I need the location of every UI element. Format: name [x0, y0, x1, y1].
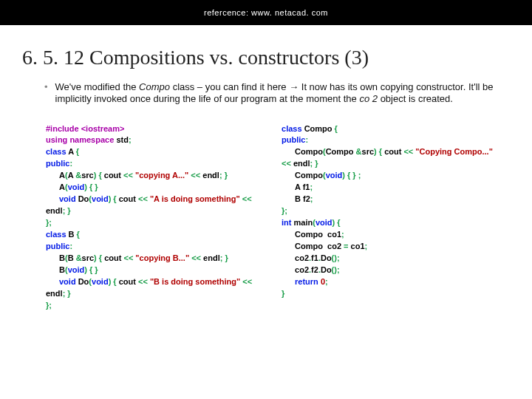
code-token: "A is doing something"	[150, 194, 240, 203]
header-reference: refercence: www. netacad. com	[204, 8, 328, 17]
code-token: void	[92, 194, 109, 203]
code-line: }	[282, 288, 493, 300]
bullet-item: • We've modified the Compo class – you c…	[44, 81, 495, 106]
code-line: co2.f2.Do();	[282, 265, 493, 276]
code-token: void	[68, 265, 85, 274]
code-token: class	[282, 124, 304, 133]
code-token	[282, 276, 295, 288]
code-token: endl	[46, 289, 63, 298]
code-line: A(void) { }	[46, 182, 252, 194]
code-token: ;	[310, 194, 313, 203]
code-line: endl; }	[46, 288, 252, 300]
code-token: ;	[341, 230, 344, 239]
code-token: A	[59, 171, 65, 180]
code-token: <<	[189, 253, 203, 262]
code-token: Compo	[295, 171, 323, 180]
bullet-italic-1: Compo	[139, 81, 170, 92]
code-token: ) {	[109, 194, 119, 203]
code-token: ;	[310, 183, 313, 191]
code-line: co2.f1.Do();	[282, 253, 493, 265]
code-token: ();	[332, 253, 340, 262]
code-token: B	[59, 253, 65, 262]
code-token: ; }	[219, 171, 228, 180]
code-token: endl	[202, 171, 219, 180]
bullet-post: object is created.	[378, 93, 453, 104]
code-token: {	[335, 124, 338, 133]
code-token: ) {	[374, 147, 384, 156]
code-token	[46, 276, 59, 288]
code-token	[282, 170, 295, 182]
code-token: A f1	[295, 183, 310, 191]
code-token: main	[294, 218, 313, 227]
code-token: void	[326, 171, 343, 180]
code-token: Compo co2	[295, 242, 344, 250]
slide-title: 6. 5. 12 Compositions vs. constructors (…	[0, 25, 532, 81]
code-token: #include <iostream>	[46, 124, 124, 133]
code-line: };	[282, 205, 493, 217]
code-token: };	[46, 218, 52, 227]
code-line: void Do(void) { cout << "B is doing some…	[46, 276, 252, 288]
code-token: &	[76, 253, 82, 262]
code-line: public:	[46, 241, 252, 253]
code-token: <<	[188, 171, 202, 180]
code-token: src	[82, 253, 95, 262]
code-line: void Do(void) { cout << "A is doing some…	[46, 194, 252, 205]
code-line: << endl; }	[282, 158, 493, 170]
code-line: int main(void) {	[282, 217, 493, 229]
code-token: <<	[138, 277, 150, 286]
code-token: std	[116, 135, 129, 144]
code-line: #include <iostream>	[46, 123, 252, 135]
code-token	[46, 194, 59, 205]
code-area: #include <iostream>using namespace std;c…	[44, 123, 495, 312]
code-token: ) {	[109, 277, 119, 286]
code-token: <<	[403, 147, 415, 156]
code-line: };	[46, 300, 252, 312]
code-token: "copying A..."	[135, 171, 188, 180]
code-token: <<	[123, 171, 135, 180]
slide: refercence: www. netacad. com 6. 5. 12 C…	[0, 0, 532, 399]
code-token: src	[362, 147, 375, 156]
code-token: &	[356, 147, 362, 156]
code-token: ) {	[332, 218, 341, 227]
code-token: void	[59, 277, 78, 286]
code-token: :	[69, 242, 72, 250]
code-token: ();	[332, 265, 340, 274]
code-token: return	[295, 277, 321, 286]
code-token: ; }	[310, 159, 318, 168]
code-token	[282, 229, 295, 241]
bullet-dot-icon: •	[44, 81, 48, 106]
code-line: class A {	[46, 146, 252, 158]
code-line: endl; }	[46, 205, 252, 217]
code-token: cout	[384, 147, 403, 156]
code-line: B(B &src) { cout << "copying B..." << en…	[46, 253, 252, 265]
code-token: <<	[282, 159, 293, 168]
code-line: B f2;	[282, 194, 493, 205]
code-line: Compo(Compo &src) { cout << "Copying Com…	[282, 146, 493, 158]
code-token: Compo	[326, 147, 356, 156]
code-token: <<	[240, 194, 252, 203]
code-token: class	[46, 230, 69, 239]
code-token: ) { }	[84, 183, 98, 191]
code-token: :	[305, 135, 308, 144]
code-token	[282, 253, 295, 265]
code-token: endl	[293, 159, 310, 168]
code-line: public:	[46, 158, 252, 170]
code-line: A(A &src) { cout << "copying A..." << en…	[46, 170, 252, 182]
code-token: void	[68, 183, 85, 191]
code-line: Compo(void) { } ;	[282, 170, 493, 182]
code-line: B(void) { }	[46, 265, 252, 276]
code-token	[46, 253, 59, 265]
code-token: ) {	[94, 171, 104, 180]
code-token: :	[69, 159, 72, 168]
code-token: }	[282, 289, 284, 298]
code-token: endl	[203, 253, 220, 262]
code-token: A	[68, 147, 76, 156]
code-token: ; }	[63, 206, 71, 215]
code-token	[46, 182, 59, 194]
code-token	[46, 265, 59, 276]
code-line: return 0;	[282, 276, 493, 288]
code-token: ;	[325, 277, 328, 286]
code-token: Compo	[304, 124, 335, 133]
code-token: public	[46, 242, 69, 250]
code-token: {	[76, 147, 79, 156]
